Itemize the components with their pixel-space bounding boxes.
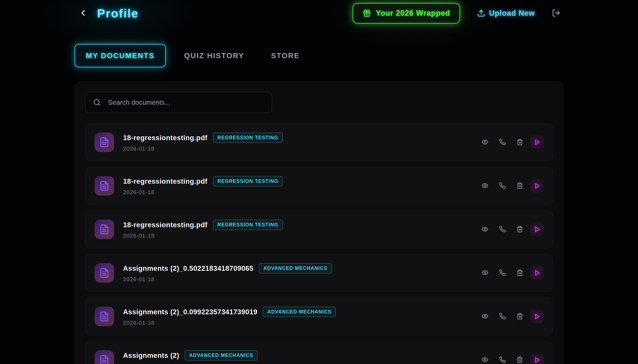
call-button[interactable] — [499, 226, 506, 233]
logout-button[interactable] — [552, 9, 560, 18]
view-button[interactable] — [481, 139, 489, 146]
document-row: 18-regressiontesting.pdf REGRESSION TEST… — [85, 167, 553, 205]
document-actions — [481, 136, 544, 149]
document-title: Assignments (2) — [123, 352, 179, 360]
view-button[interactable] — [481, 356, 489, 364]
file-icon — [95, 350, 114, 364]
play-icon — [534, 313, 540, 320]
file-text-icon — [99, 180, 110, 191]
play-icon — [534, 226, 540, 232]
file-icon — [95, 132, 114, 152]
view-button[interactable] — [481, 313, 489, 320]
file-text-icon — [99, 268, 110, 278]
trash-icon — [516, 313, 523, 320]
phone-icon — [499, 269, 506, 276]
document-badge: REGRESSION TESTING — [213, 132, 283, 143]
document-title: Assignments (2)_0.09922357341739019 — [123, 308, 257, 316]
search-box — [85, 92, 272, 113]
upload-icon — [477, 9, 485, 17]
trash-icon — [516, 269, 523, 276]
play-icon — [534, 139, 540, 146]
call-button[interactable] — [499, 356, 506, 364]
file-icon — [95, 307, 114, 326]
document-badge: ADVANCED MECHANICS — [185, 350, 258, 360]
document-list: 18-regressiontesting.pdf REGRESSION TEST… — [85, 124, 553, 364]
header: Profile Your 2026 Wrapped Upload New — [75, 0, 563, 26]
page-title: Profile — [97, 6, 139, 20]
profile-page: Profile Your 2026 Wrapped Upload New MY … — [75, 0, 563, 364]
view-button[interactable] — [481, 226, 489, 233]
document-actions — [481, 310, 544, 323]
delete-button[interactable] — [516, 313, 523, 320]
document-info: 18-regressiontesting.pdf REGRESSION TEST… — [123, 220, 283, 239]
logout-icon — [552, 9, 560, 17]
document-date: 2026-01-18 — [123, 189, 283, 196]
document-row: Assignments (2)_0.5022183418709065 ADVAN… — [85, 254, 553, 292]
document-row: Assignments (2)_0.09922357341739019 ADVA… — [85, 298, 553, 335]
upload-new-button[interactable]: Upload New — [476, 8, 536, 18]
call-button[interactable] — [499, 269, 506, 276]
phone-icon — [499, 356, 506, 363]
search-input[interactable] — [85, 92, 272, 113]
document-title: 18-regressiontesting.pdf — [123, 134, 207, 142]
delete-button[interactable] — [516, 182, 523, 190]
play-button[interactable] — [530, 136, 544, 149]
document-date: 2026-01-18 — [123, 232, 283, 239]
phone-icon — [499, 313, 506, 320]
phone-icon — [499, 139, 506, 146]
call-button[interactable] — [499, 139, 506, 146]
document-info: Assignments (2) ADVANCED MECHANICS 2026-… — [123, 350, 258, 364]
tab-store[interactable]: STORE — [262, 44, 308, 67]
document-date: 2026-01-18 — [123, 320, 336, 326]
eye-icon — [482, 226, 488, 232]
trash-icon — [516, 226, 523, 232]
upload-new-label: Upload New — [489, 9, 535, 18]
phone-icon — [499, 226, 506, 232]
back-button[interactable] — [78, 8, 88, 18]
delete-button[interactable] — [516, 139, 523, 146]
document-info: Assignments (2)_0.5022183418709065 ADVAN… — [123, 263, 332, 283]
file-icon — [95, 176, 114, 196]
document-date: 2026-01-18 — [123, 146, 283, 152]
play-button[interactable] — [530, 310, 544, 323]
wrapped-button-label: Your 2026 Wrapped — [376, 9, 450, 18]
document-date: 2026-01-18 — [123, 276, 332, 283]
play-icon — [534, 357, 540, 363]
phone-icon — [499, 182, 506, 189]
delete-button[interactable] — [516, 226, 523, 233]
tabs: MY DOCUMENTSQUIZ HISTORYSTORE — [75, 44, 563, 67]
play-button[interactable] — [530, 353, 544, 364]
file-text-icon — [99, 355, 110, 364]
delete-button[interactable] — [516, 356, 523, 364]
play-icon — [534, 270, 540, 276]
play-button[interactable] — [530, 266, 544, 280]
document-badge: ADVANCED MECHANICS — [263, 307, 336, 317]
document-title: 18-regressiontesting.pdf — [123, 177, 207, 186]
chevron-left-icon — [78, 8, 88, 18]
header-actions: Your 2026 Wrapped Upload New — [353, 3, 563, 24]
trash-icon — [516, 139, 523, 146]
eye-icon — [482, 313, 488, 320]
document-title: 18-regressiontesting.pdf — [123, 221, 207, 229]
play-button[interactable] — [530, 222, 544, 236]
tab-my-documents[interactable]: MY DOCUMENTS — [75, 44, 166, 67]
document-row: 18-regressiontesting.pdf REGRESSION TEST… — [85, 124, 553, 161]
document-row: Assignments (2) ADVANCED MECHANICS 2026-… — [85, 341, 553, 364]
file-text-icon — [99, 137, 110, 148]
tab-quiz-history[interactable]: QUIZ HISTORY — [176, 44, 253, 67]
document-actions — [481, 353, 544, 364]
file-text-icon — [99, 224, 110, 235]
call-button[interactable] — [499, 313, 506, 320]
call-button[interactable] — [499, 182, 506, 190]
document-badge: ADVANCED MECHANICS — [259, 263, 332, 274]
eye-icon — [482, 269, 488, 276]
delete-button[interactable] — [516, 269, 523, 276]
play-button[interactable] — [530, 179, 544, 192]
document-actions — [481, 266, 544, 280]
view-button[interactable] — [481, 269, 489, 276]
wrapped-button[interactable]: Your 2026 Wrapped — [353, 3, 460, 24]
document-info: 18-regressiontesting.pdf REGRESSION TEST… — [123, 176, 283, 196]
view-button[interactable] — [481, 182, 489, 190]
eye-icon — [482, 139, 488, 146]
file-icon — [95, 220, 114, 239]
